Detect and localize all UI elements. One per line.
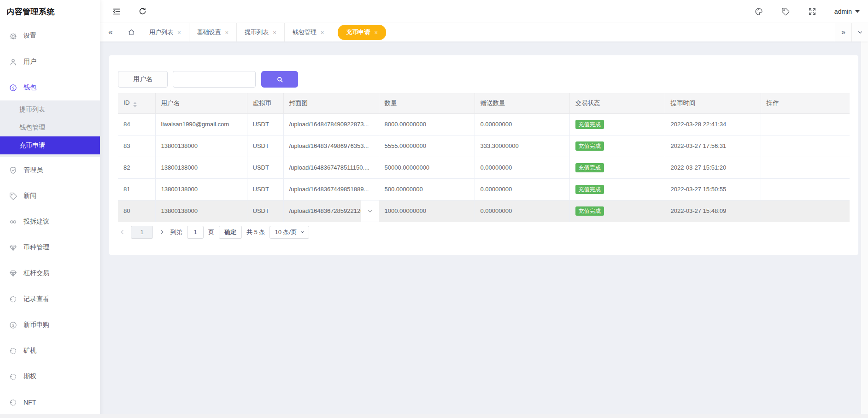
history-icon	[9, 295, 18, 304]
search-icon	[276, 76, 284, 83]
sidebar-item-feedback[interactable]: 投拆建议	[0, 209, 100, 235]
cell-cover: /upload/1648374986976353...	[283, 135, 379, 157]
sidebar-item-label: 矿机	[23, 347, 36, 355]
cell-username: 13800138000	[155, 135, 247, 157]
tag-icon[interactable]	[781, 7, 790, 16]
table-row[interactable]: 83 13800138000 USDT /upload/164837498697…	[118, 135, 850, 157]
svg-text:$: $	[12, 85, 15, 90]
cell-username: 13800138000	[155, 200, 247, 222]
sidebar-item-withdraw-list[interactable]: 提币列表	[0, 100, 100, 118]
sidebar-item-options[interactable]: 期权	[0, 364, 100, 389]
cell-time: 2022-03-27 15:48:09	[665, 200, 761, 222]
table-row[interactable]: 84 liwaisan1990@gmail.com USDT /upload/1…	[118, 113, 850, 135]
table-row[interactable]: 80 13800138000 USDT /upload/164836728592…	[118, 200, 850, 222]
sidebar-item-recharge-request[interactable]: 充币申请	[0, 136, 100, 154]
close-icon[interactable]: ×	[273, 29, 276, 36]
close-icon[interactable]: ×	[321, 29, 324, 36]
tab-basic-settings[interactable]: 基础设置 ×	[189, 23, 237, 41]
sidebar-item-admins[interactable]: 管理员	[0, 157, 100, 183]
cell-id: 83	[118, 135, 155, 157]
status-badge: 充值完成	[575, 141, 604, 151]
theme-palette-icon[interactable]	[754, 7, 763, 16]
close-icon[interactable]: ×	[374, 29, 378, 36]
sidebar-item-label: 钱包	[23, 83, 36, 92]
search-button[interactable]	[261, 71, 298, 88]
status-badge: 充值完成	[575, 120, 604, 129]
sort-toggle[interactable]	[133, 102, 137, 107]
total-count-label: 共 5 条	[246, 228, 265, 236]
prev-page-icon[interactable]	[118, 226, 126, 239]
sidebar-item-records[interactable]: 记录查看	[0, 286, 100, 312]
tab-label: 钱包管理	[293, 28, 317, 36]
sidebar-item-news[interactable]: 新闻	[0, 183, 100, 209]
sidebar-item-label: NFT	[23, 399, 36, 406]
sidebar-item-nft[interactable]: NFT	[0, 389, 100, 415]
cell-username: liwaisan1990@gmail.com	[155, 113, 247, 135]
sidebar-item-wallet[interactable]: $ 钱包	[0, 75, 100, 100]
tab-wallet-management[interactable]: 钱包管理 ×	[285, 23, 333, 41]
user-menu[interactable]: admin	[834, 8, 860, 15]
caret-down-icon	[855, 10, 860, 13]
tab-label: 充币申请	[346, 28, 370, 36]
sidebar-item-users[interactable]: 用户	[0, 49, 100, 75]
vertical-scrollbar[interactable]	[861, 41, 868, 418]
user-icon	[9, 58, 18, 66]
refresh-icon[interactable]	[138, 7, 147, 16]
cell-currency: USDT	[247, 178, 283, 200]
cell-username: 13800138000	[155, 178, 247, 200]
cell-status: 充值完成	[569, 200, 665, 222]
tab-label: 用户列表	[149, 28, 173, 36]
cell-actions	[761, 178, 850, 200]
cell-cover: /upload/1648367285922126.	[283, 200, 379, 222]
cell-cover: /upload/1648367449851889...	[283, 178, 379, 200]
sidebar-item-wallet-management[interactable]: 钱包管理	[0, 118, 100, 136]
sidebar-item-label: 新币申购	[23, 321, 49, 329]
cell-actions	[761, 113, 850, 135]
sidebar-item-label: 币种管理	[23, 243, 49, 252]
current-page-button[interactable]: 1	[131, 226, 153, 239]
column-header-bonus: 赠送数量	[475, 93, 569, 113]
sidebar-item-label: 投拆建议	[23, 218, 49, 226]
column-header-username: 用户名	[155, 93, 247, 113]
close-icon[interactable]: ×	[177, 29, 181, 36]
tabs-scroll-left-icon[interactable]: «	[100, 23, 121, 41]
sidebar-item-label: 新闻	[23, 192, 36, 200]
tabs-dropdown-icon[interactable]	[851, 23, 868, 41]
sidebar-item-new-coin-subscription[interactable]: $ 新币申购	[0, 312, 100, 338]
history-icon	[9, 398, 18, 407]
content-card: 用户名 ID 用户名 虚拟	[109, 55, 858, 255]
fullscreen-icon[interactable]	[808, 7, 817, 16]
sidebar-item-leverage-trading[interactable]: 杠杆交易	[0, 260, 100, 286]
sidebar-item-miners[interactable]: 矿机	[0, 338, 100, 364]
table-row[interactable]: 82 13800138000 USDT /upload/164836747851…	[118, 157, 850, 178]
cell-bonus: 0.00000000	[475, 178, 569, 200]
sidebar-item-settings[interactable]: 设置	[0, 23, 100, 49]
sidebar-item-coin-management[interactable]: 币种管理	[0, 235, 100, 260]
cell-id: 81	[118, 178, 155, 200]
sidebar-item-label: 杠杆交易	[23, 269, 49, 277]
tabs-scroll-right-icon[interactable]: »	[835, 23, 851, 41]
cell-username: 13800138000	[155, 157, 247, 178]
search-input[interactable]	[173, 71, 256, 88]
goto-page-input[interactable]	[187, 226, 204, 239]
cell-bonus: 333.30000000	[475, 135, 569, 157]
chevron-down-icon[interactable]	[361, 200, 379, 222]
home-tab[interactable]	[121, 23, 141, 41]
status-badge: 充值完成	[575, 185, 604, 194]
tab-withdraw-list[interactable]: 提币列表 ×	[237, 23, 285, 41]
confirm-button[interactable]: 确定	[219, 226, 242, 239]
cell-actions	[761, 157, 850, 178]
per-page-select[interactable]: 10 条/页	[270, 226, 309, 239]
sidebar-item-label: 设置	[23, 32, 36, 40]
tab-recharge-request[interactable]: 充币申请 ×	[338, 25, 386, 40]
next-page-icon[interactable]	[158, 226, 166, 239]
collapse-sidebar-icon[interactable]	[112, 7, 121, 16]
main-content: 用户名 ID 用户名 虚拟	[100, 41, 861, 418]
close-icon[interactable]: ×	[225, 29, 229, 36]
dollar-circle-icon: $	[9, 321, 18, 330]
cell-status: 充值完成	[569, 178, 665, 200]
horizontal-scrollbar[interactable]	[0, 414, 868, 418]
search-toolbar: 用户名	[118, 71, 850, 88]
table-row[interactable]: 81 13800138000 USDT /upload/164836744985…	[118, 178, 850, 200]
tab-user-list[interactable]: 用户列表 ×	[141, 23, 189, 41]
